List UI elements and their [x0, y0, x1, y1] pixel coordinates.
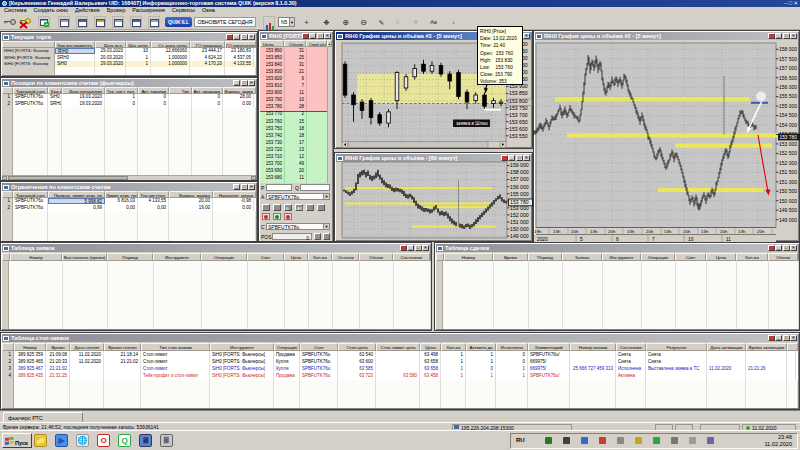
- svg-text:13h: 13h: [664, 229, 672, 234]
- svg-text:149 000: 149 000: [779, 217, 797, 223]
- svg-text:13h: 13h: [627, 229, 635, 234]
- svg-text:152 000: 152 000: [510, 212, 529, 218]
- svg-text:150 500: 150 500: [779, 188, 797, 194]
- svg-text:157 000: 157 000: [510, 176, 529, 182]
- svg-text:158 000: 158 000: [779, 46, 797, 52]
- svg-text:7: 7: [652, 237, 655, 242]
- svg-text:151 500: 151 500: [779, 169, 797, 175]
- svg-text:151 000: 151 000: [510, 219, 529, 225]
- svg-text:153 850: 153 850: [509, 90, 528, 96]
- svg-text:20h: 20h: [757, 229, 765, 234]
- svg-text:19h: 19h: [534, 229, 542, 234]
- svg-text:20h: 20h: [720, 229, 728, 234]
- svg-text:154 500: 154 500: [779, 112, 797, 118]
- svg-text:150 000: 150 000: [510, 226, 529, 232]
- svg-text:157 000: 157 000: [779, 65, 797, 71]
- svg-text:152 000: 152 000: [779, 160, 797, 166]
- svg-text:20h: 20h: [571, 229, 579, 234]
- svg-text:155 000: 155 000: [510, 191, 529, 197]
- svg-text:152 500: 152 500: [779, 150, 797, 156]
- svg-text:заявка в Шлюз: заявка в Шлюз: [456, 121, 488, 126]
- svg-text:20h: 20h: [683, 229, 691, 234]
- svg-text:6: 6: [616, 237, 619, 242]
- svg-text:11: 11: [726, 237, 731, 242]
- svg-text:151 000: 151 000: [779, 179, 797, 185]
- svg-text:156 000: 156 000: [510, 184, 529, 190]
- svg-text:13h: 13h: [590, 229, 598, 234]
- svg-text:156 500: 156 500: [779, 75, 797, 81]
- svg-text:13h: 13h: [738, 229, 746, 234]
- svg-text:153 780: 153 780: [780, 135, 798, 140]
- svg-text:5: 5: [580, 237, 583, 242]
- svg-text:150 000: 150 000: [779, 198, 797, 204]
- svg-text:154 000: 154 000: [779, 122, 797, 128]
- svg-text:20h: 20h: [646, 229, 654, 234]
- svg-text:158 000: 158 000: [510, 169, 529, 175]
- svg-text:20h: 20h: [608, 229, 616, 234]
- svg-text:153 650: 153 650: [509, 119, 528, 125]
- svg-text:153 000: 153 000: [779, 141, 797, 147]
- svg-text:149 000: 149 000: [510, 233, 529, 239]
- svg-text:153 600: 153 600: [509, 126, 528, 132]
- svg-text:153 550: 153 550: [509, 133, 528, 139]
- svg-text:13h: 13h: [553, 229, 561, 234]
- svg-text:155 500: 155 500: [779, 93, 797, 99]
- svg-text:153 780: 153 780: [510, 199, 529, 205]
- svg-text:10: 10: [688, 237, 694, 242]
- svg-text:153 800: 153 800: [509, 98, 528, 104]
- svg-text:159 000: 159 000: [510, 162, 529, 168]
- svg-text:13h: 13h: [701, 229, 709, 234]
- svg-text:153 700: 153 700: [509, 112, 528, 118]
- svg-text:156 000: 156 000: [779, 84, 797, 90]
- svg-text:157 500: 157 500: [779, 56, 797, 62]
- svg-text:2020: 2020: [537, 237, 548, 242]
- svg-text:155 000: 155 000: [779, 103, 797, 109]
- svg-text:149 500: 149 500: [779, 207, 797, 213]
